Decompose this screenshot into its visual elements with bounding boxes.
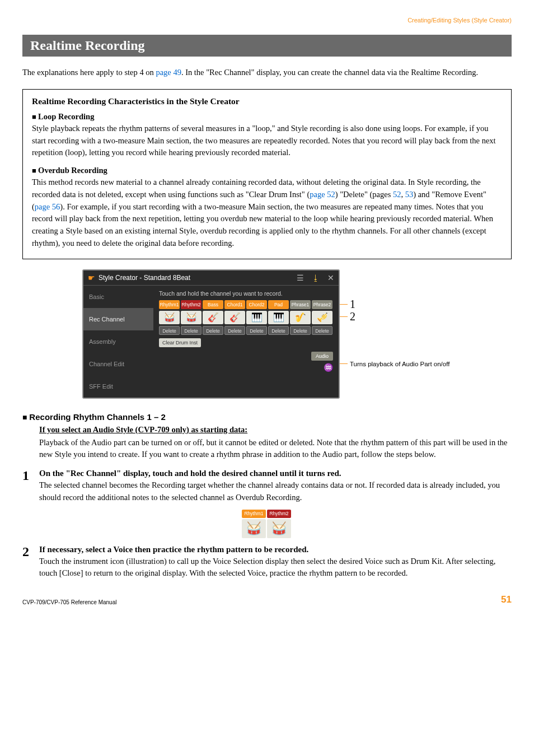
inst-icon-chord2[interactable]: 🎹: [246, 311, 267, 324]
loop-recording-head: Loop Recording: [32, 112, 502, 122]
audio-style-text: Playback of the Audio part can be turned…: [39, 437, 512, 461]
chan-chord1[interactable]: Chord1: [224, 300, 245, 309]
loop-recording-text: Style playback repeats the rhythm patter…: [32, 123, 502, 159]
overdub-b: ) "Delete" (pages: [335, 190, 393, 199]
intro-text-b: . In the "Rec Channel" display, you can …: [181, 68, 478, 77]
inst-icon-chord1[interactable]: 🎸: [224, 311, 245, 324]
chan-pad[interactable]: Pad: [268, 300, 289, 309]
link-page-56[interactable]: page 56: [35, 202, 60, 211]
delete-btn[interactable]: Delete: [159, 326, 180, 335]
waveform-icon: ♒: [324, 363, 333, 372]
page-title: Realtime Recording: [22, 35, 512, 57]
rec-instruction: Touch and hold the channel you want to r…: [159, 290, 333, 297]
overdub-recording-head: Overdub Recording: [32, 166, 502, 175]
annot-1: 1: [350, 298, 355, 311]
breadcrumb[interactable]: Creating/Editing Styles (Style Creator): [22, 17, 512, 24]
channel-header-row: Rhythm1 Rhythm2 Bass Chord1 Chord2 Pad P…: [159, 300, 333, 309]
step-2-number: 2: [22, 545, 32, 580]
chan-chord2[interactable]: Chord2: [246, 300, 267, 309]
box-title: Realtime Recording Characteristics in th…: [32, 96, 502, 106]
chan-rhythm2[interactable]: Rhythm2: [181, 300, 202, 309]
audio-style-subtitle: If you select an Audio Style (CVP-709 on…: [39, 425, 512, 435]
tab-assembly[interactable]: Assembly: [83, 330, 153, 353]
link-page-49[interactable]: page 49: [156, 68, 181, 77]
tab-channel-edit[interactable]: Channel Edit: [83, 353, 153, 375]
inst-icon-phrase1[interactable]: 🎷: [290, 311, 311, 324]
instrument-icon-row: 🥁 🥁 🎸 🎸 🎹 🎹 🎷 🎺: [159, 311, 333, 324]
close-icon[interactable]: ✕: [327, 273, 334, 282]
delete-btn[interactable]: Delete: [312, 326, 332, 335]
delete-btn[interactable]: Delete: [268, 326, 289, 335]
delete-btn[interactable]: Delete: [246, 326, 267, 335]
annotation-column: 1 2 Turns playback of Audio Part on/off: [345, 269, 452, 399]
chan-rhythm1[interactable]: Rhythm1: [159, 300, 180, 309]
inst-icon-rhythm1[interactable]: 🥁: [159, 311, 180, 324]
mini-rhythm2: Rhythm2: [267, 510, 291, 518]
overdub-recording-text: This method records new material to a ch…: [32, 176, 502, 250]
tab-sff-edit[interactable]: SFF Edit: [83, 375, 153, 398]
section-head-recording-rhythm: Recording Rhythm Channels 1 – 2: [22, 412, 512, 422]
link-page-52b[interactable]: 52: [393, 190, 401, 199]
link-page-52a[interactable]: page 52: [310, 190, 335, 199]
chan-phrase2[interactable]: Phrase2: [312, 300, 332, 309]
intro-paragraph: The explanations here apply to step 4 on…: [22, 67, 512, 79]
tab-rec-channel[interactable]: Rec Channel: [83, 308, 153, 330]
link-page-53[interactable]: 53: [405, 190, 414, 199]
step-2-text: Touch the instrument icon (illustration)…: [39, 556, 512, 580]
step-1-text: The selected channel becomes the Recordi…: [39, 479, 512, 504]
characteristics-box: Realtime Recording Characteristics in th…: [22, 89, 512, 259]
delete-row: Delete Delete Delete Delete Delete Delet…: [159, 326, 333, 335]
inst-icon-phrase2[interactable]: 🎺: [312, 311, 332, 324]
overdub-e: ). For example, if you start recording w…: [32, 202, 493, 248]
delete-btn[interactable]: Delete: [290, 326, 311, 335]
inst-icon-pad[interactable]: 🎹: [268, 311, 289, 324]
delete-btn[interactable]: Delete: [203, 326, 223, 335]
hand-icon: ☛: [88, 273, 95, 282]
footer-page-number: 51: [501, 594, 512, 605]
overdub-c: ,: [401, 190, 405, 199]
annot-2: 2: [350, 310, 355, 323]
inst-icon-rhythm2[interactable]: 🥁: [181, 311, 202, 324]
mini-icon-1: 🥁: [242, 519, 266, 538]
menu-icon[interactable]: ☰: [297, 273, 304, 282]
tab-basic[interactable]: Basic: [83, 286, 153, 308]
inst-icon-bass[interactable]: 🎸: [203, 311, 223, 324]
mini-screenshot: Rhythm1 Rhythm2 🥁 🥁: [242, 510, 292, 538]
mini-icon-2: 🥁: [267, 519, 291, 538]
mini-rhythm1: Rhythm1: [242, 510, 266, 518]
step-2-title: If necessary, select a Voice then practi…: [39, 545, 512, 554]
intro-text-a: The explanations here apply to step 4 on: [22, 68, 156, 77]
step-1-number: 1: [22, 469, 32, 504]
step-1-title: On the "Rec Channel" display, touch and …: [39, 469, 512, 478]
chan-phrase1[interactable]: Phrase1: [290, 300, 311, 309]
annot-audio-text: Turns playback of Audio Part on/off: [350, 360, 449, 368]
clear-drum-inst-button[interactable]: Clear Drum Inst: [159, 338, 201, 347]
footer-manual-name: CVP-709/CVP-705 Reference Manual: [22, 599, 116, 605]
save-icon[interactable]: ⭳: [312, 273, 320, 282]
delete-btn[interactable]: Delete: [181, 326, 202, 335]
window-title: Style Creator - Standard 8Beat: [99, 274, 190, 282]
screenshot-style-creator: ☛ Style Creator - Standard 8Beat ☰ ⭳ ✕ B…: [82, 269, 340, 399]
delete-btn[interactable]: Delete: [224, 326, 245, 335]
audio-toggle-button[interactable]: Audio: [311, 352, 333, 361]
chan-bass[interactable]: Bass: [203, 300, 223, 309]
